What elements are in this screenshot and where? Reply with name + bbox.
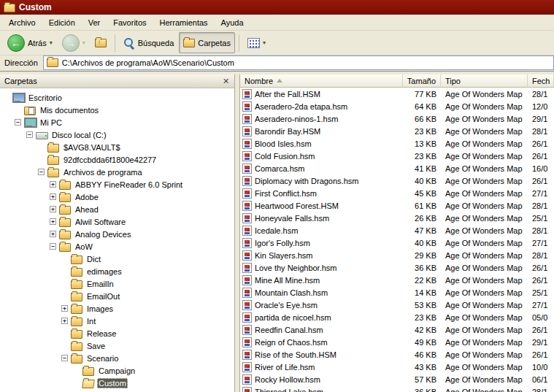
tree-item-avg8-vault[interactable]: $AVG8.VAULT$ [0, 141, 234, 153]
tree-item-adobe[interactable]: +Adobe [0, 191, 234, 203]
file-row-barondir-bay-hsm[interactable]: Barondir Bay.HSM23 KBAge Of Wonders Map2… [240, 125, 554, 137]
search-button[interactable]: Búsqueda [119, 32, 179, 53]
collapse-icon[interactable]: − [15, 119, 21, 126]
tree-item-label: $AVG8.VAULT$ [62, 142, 122, 153]
file-row-blood-isles-hsm[interactable]: Blood Isles.hsm13 KBAge Of Wonders Map26… [240, 137, 554, 150]
title-bar[interactable]: Custom [0, 0, 554, 15]
file-row-kin-slayers-hsm[interactable]: Kin Slayers.hsm29 KBAge Of Wonders Map28… [240, 249, 554, 261]
tree-item-int[interactable]: +Int [0, 315, 234, 327]
folders-button-label: Carpetas [198, 39, 231, 47]
tree-item-campaign[interactable]: Campaign [0, 364, 234, 377]
file-name-cell: Thinreed Lake.hsm [240, 387, 403, 392]
tree-item-emailin[interactable]: EmailIn [0, 277, 234, 290]
file-row-mine-all-mine-hsm[interactable]: Mine All Mine.hsm22 KBAge Of Wonders Map… [240, 274, 554, 286]
column-header-size[interactable]: Tamaño [403, 74, 441, 88]
forward-button[interactable]: → ▾ [58, 32, 90, 53]
tree-item-mis-documentos[interactable]: Mis documentos [0, 104, 234, 116]
tree-item-label: Save [85, 341, 107, 351]
close-panel-icon[interactable]: ✕ [220, 76, 231, 86]
file-row-aseradero-ninos-1-hsm[interactable]: Aseradero-ninos-1.hsm66 KBAge Of Wonders… [240, 112, 554, 125]
file-row-reign-of-chaos-hsm[interactable]: Reign of Chaos.hsm49 KBAge Of Wonders Ma… [240, 336, 554, 348]
address-input[interactable]: C:\Archivos de programa\AoW\Scenario\Cus… [43, 55, 554, 70]
file-row-honeyvale-falls-hsm[interactable]: Honeyvale Falls.hsm26 KBAge Of Wonders M… [240, 212, 554, 224]
file-row-oracle-s-eye-hsm[interactable]: Oracle's Eye.hsm53 KBAge Of Wonders Map2… [240, 299, 554, 311]
tree-item-label: Dict [85, 254, 102, 264]
file-row-partida-de-nicoel-hsm[interactable]: partida de nicoel.hsm23 KBAge Of Wonders… [240, 311, 554, 323]
file-row-love-thy-neighbor-hsm[interactable]: Love thy Neighbor.hsm36 KBAge Of Wonders… [240, 261, 554, 274]
expand-icon[interactable]: + [61, 318, 68, 324]
aow-map-file-icon [242, 101, 252, 112]
column-header-date[interactable]: Fech [528, 74, 554, 88]
file-row-diplomacy-with-dragons-hsm[interactable]: Diplomacy with Dragons.hsm40 KBAge Of Wo… [240, 174, 554, 187]
file-date: 26/1 [528, 177, 554, 185]
expand-icon[interactable]: + [61, 305, 68, 312]
tree-item-scenario[interactable]: −Scenario [0, 352, 234, 364]
menu-item-favoritos[interactable]: Favoritos [107, 16, 153, 29]
folders-button[interactable]: Carpetas [179, 32, 235, 53]
file-row-heartwood-forest-hsm[interactable]: Heartwood Forest.HSM61 KBAge Of Wonders … [240, 199, 554, 212]
collapse-icon[interactable]: − [50, 243, 56, 250]
tree-item-release[interactable]: Release [0, 327, 234, 339]
file-type: Age Of Wonders Map [441, 239, 528, 247]
file-row-after-the-fall-hsm[interactable]: After the Fall.HSM77 KBAge Of Wonders Ma… [240, 88, 554, 100]
collapse-icon[interactable]: − [26, 131, 33, 138]
expand-icon[interactable]: + [50, 218, 56, 225]
file-row-mountain-clash-hsm[interactable]: Mountain Clash.hsm14 KBAge Of Wonders Ma… [240, 286, 554, 299]
expand-icon[interactable]: + [50, 181, 56, 188]
expand-icon[interactable]: + [50, 206, 56, 212]
collapse-icon[interactable]: − [61, 355, 68, 361]
tree-item-aow[interactable]: −AoW [0, 240, 234, 253]
file-row-river-of-life-hsm[interactable]: River of Life.hsm43 KBAge Of Wonders Map… [240, 361, 554, 373]
tree-item-alwil-software[interactable]: +Alwil Software [0, 215, 234, 228]
tree-item-custom[interactable]: Custom [0, 377, 234, 389]
folder-icon [47, 167, 60, 177]
tree-item-mi-pc[interactable]: −Mi PC [0, 116, 234, 128]
tree-item-disco-local-c[interactable]: −Disco local (C:) [0, 128, 234, 141]
tree-item-escritorio[interactable]: Escritorio [0, 91, 234, 104]
tree-item-images[interactable]: +Images [0, 302, 234, 315]
file-row-cold-fusion-hsm[interactable]: Cold Fusion.hsm23 KBAge Of Wonders Map26… [240, 150, 554, 162]
file-date: 28/1 [528, 251, 554, 260]
views-button[interactable]: ▾ [243, 32, 270, 53]
menu-item-archivo[interactable]: Archivo [2, 16, 42, 29]
aow-map-file-icon [242, 325, 252, 335]
column-header-name[interactable]: Nombre [240, 74, 403, 88]
collapse-icon[interactable]: − [38, 169, 45, 175]
tree-item-ahead[interactable]: +Ahead [0, 203, 234, 215]
tree-item-92dfccbdda6f1800e42277[interactable]: 92dfccbdda6f1800e42277 [0, 153, 234, 166]
menu-item-edicion[interactable]: Edición [42, 16, 82, 29]
file-row-reedfin-canal-hsm[interactable]: Reedfin Canal.hsm42 KBAge Of Wonders Map… [240, 323, 554, 336]
tree-item-emailout[interactable]: EmailOut [0, 290, 234, 302]
file-row-aseradero-2da-etapa-hsm[interactable]: Aseradero-2da etapa.hsm64 KBAge Of Wonde… [240, 100, 554, 112]
back-dropdown-icon[interactable]: ▾ [50, 39, 53, 46]
tree-item-label: ABBYY FineReader 6.0 Sprint [74, 180, 184, 190]
up-button[interactable]: ↑ [91, 32, 111, 53]
back-button[interactable]: ← Atrás ▾ [3, 32, 57, 53]
file-row-rocky-hollow-hsm[interactable]: Rocky Hollow.hsm57 KBAge Of Wonders Map0… [240, 373, 554, 385]
column-header-type[interactable]: Tipo [441, 74, 528, 88]
expand-icon[interactable]: + [50, 231, 56, 237]
menu-item-ayuda[interactable]: Ayuda [215, 16, 250, 29]
expand-icon[interactable]: + [50, 193, 56, 200]
tree-item-archivos-de-programa[interactable]: −Archivos de programa [0, 166, 234, 178]
file-row-comarca-hsm[interactable]: Comarca.hsm41 KBAge Of Wonders Map16/0 [240, 162, 554, 174]
file-row-igor-s-folly-hsm[interactable]: Igor's Folly.hsm40 KBAge Of Wonders Map2… [240, 237, 554, 249]
tree-item-abbyy-finereader-6-0-sprint[interactable]: +ABBYY FineReader 6.0 Sprint [0, 178, 234, 191]
file-date: 27/1 [528, 189, 554, 198]
views-dropdown-icon[interactable]: ▾ [263, 39, 266, 46]
menu-item-herramientas[interactable]: Herramientas [153, 16, 215, 29]
folders-icon [183, 38, 195, 47]
file-row-rise-of-the-south-hsm[interactable]: Rise of the South.HSM46 KBAge Of Wonders… [240, 348, 554, 361]
file-name-cell: partida de nicoel.hsm [240, 312, 403, 323]
tree-item-label: Int [85, 316, 97, 326]
file-row-thinreed-lake-hsm[interactable]: Thinreed Lake.hsm36 KBAge Of Wonders Map… [240, 385, 554, 392]
tree-item-dict[interactable]: Dict [0, 253, 234, 265]
file-name-cell: Blood Isles.hsm [240, 139, 403, 149]
file-row-icedale-hsm[interactable]: Icedale.hsm47 KBAge Of Wonders Map28/1 [240, 224, 554, 237]
tree-item-label: Ahead [74, 204, 100, 215]
tree-item-save[interactable]: Save [0, 339, 234, 352]
tree-item-edimages[interactable]: edimages [0, 265, 234, 277]
tree-item-analog-devices[interactable]: +Analog Devices [0, 228, 234, 240]
file-row-first-conflict-hsm[interactable]: First Conflict.hsm45 KBAge Of Wonders Ma… [240, 187, 554, 199]
menu-item-ver[interactable]: Ver [82, 16, 107, 29]
